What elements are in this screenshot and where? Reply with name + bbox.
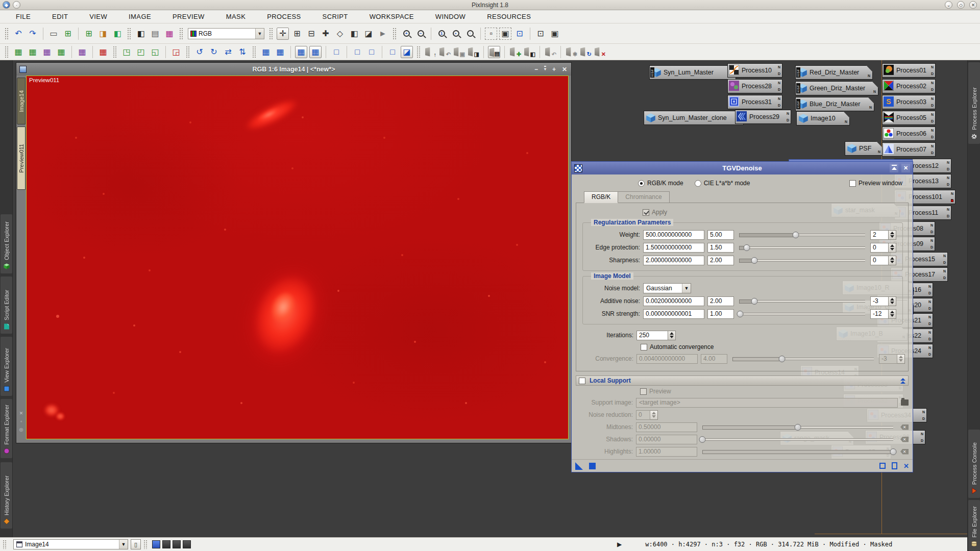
dialog-shade-button[interactable] bbox=[890, 164, 898, 172]
view-frame-buttons[interactable]: ✕ ▫ ◎ bbox=[17, 411, 26, 432]
mask-edit-icon[interactable]: ▤ bbox=[488, 46, 500, 58]
weight-slider[interactable] bbox=[739, 230, 865, 240]
desktop-icon-process02[interactable]: Process02ND bbox=[882, 79, 936, 93]
toolbar-grip[interactable] bbox=[113, 46, 117, 58]
desktop-icon-green_driz_master[interactable]: XISFGreen_Driz_MasterN bbox=[795, 81, 878, 95]
screen-stf-3-icon[interactable]: ▦ bbox=[295, 46, 307, 58]
fit-window-icon[interactable]: ⊡ bbox=[534, 28, 547, 40]
flip-horizontal-icon[interactable]: ⇄ bbox=[222, 46, 234, 58]
redo-icon[interactable]: ↷ bbox=[27, 28, 39, 40]
tab-image14[interactable]: Image14 bbox=[17, 78, 26, 124]
screen-stf-2-icon[interactable]: ▦ bbox=[274, 46, 286, 58]
tab-rgbk[interactable]: RGB/K bbox=[584, 191, 618, 203]
mask-select-icon[interactable]: ◨ bbox=[467, 46, 479, 58]
process-icon-save-icon[interactable]: ◰ bbox=[135, 46, 147, 58]
workspace-button-1[interactable] bbox=[152, 540, 160, 548]
rename-view-icon[interactable]: ▭ bbox=[47, 28, 60, 40]
image-window-minimize-button[interactable]: − bbox=[534, 66, 538, 73]
desktop-icon-process07[interactable]: Process07ND bbox=[882, 142, 936, 157]
iterations-spin[interactable]: 250 bbox=[636, 331, 676, 340]
mask-new-icon[interactable]: ✚ bbox=[509, 46, 521, 58]
screen-mask-overlay-icon[interactable]: ◪ bbox=[401, 46, 413, 58]
workspace-button-4[interactable] bbox=[183, 540, 191, 548]
window-maximize-button[interactable]: ◇ bbox=[957, 1, 965, 9]
undo-icon[interactable]: ↶ bbox=[12, 28, 24, 40]
toolbar-grip[interactable] bbox=[179, 28, 183, 40]
status-play-icon[interactable]: ▶ bbox=[617, 541, 622, 548]
stf-save-icon[interactable]: ▦ bbox=[41, 46, 53, 58]
image-window-close-button[interactable]: ✕ bbox=[562, 66, 567, 73]
noise-model-dropdown[interactable]: Gaussian ▼ bbox=[643, 283, 691, 293]
image-window-maximize-button[interactable]: + bbox=[552, 66, 556, 73]
new-instance-button[interactable] bbox=[879, 463, 886, 469]
mask-refresh-icon[interactable]: ↻ bbox=[579, 46, 592, 58]
desktop-icon-process01[interactable]: Process01ND bbox=[882, 63, 936, 78]
mask-undo-icon[interactable]: ↶ bbox=[544, 46, 556, 58]
rotate-right-icon[interactable]: ↻ bbox=[208, 46, 220, 58]
dynamic-crop-mode-icon[interactable]: ⊡ bbox=[513, 28, 526, 40]
menu-script[interactable]: SCRIPT bbox=[312, 13, 359, 20]
view-mode-button[interactable]: ▯ bbox=[131, 539, 141, 549]
snr-exponent-spin[interactable]: -12 bbox=[870, 309, 896, 319]
additive-value-input[interactable]: 0.002000000000 bbox=[643, 296, 704, 306]
view-target-icon[interactable]: ◎ bbox=[19, 427, 23, 432]
menu-edit[interactable]: EDIT bbox=[41, 13, 79, 20]
split-view-mode-icon[interactable]: ◧ bbox=[348, 28, 360, 40]
desktop-icon-process31[interactable]: Process31ND bbox=[727, 95, 782, 109]
tab-chrominance[interactable]: Chrominance bbox=[618, 191, 669, 203]
snr-slider[interactable] bbox=[739, 309, 865, 319]
rgbk-mode-radio[interactable] bbox=[638, 180, 645, 187]
new-image-window-icon[interactable]: ⊞ bbox=[83, 28, 95, 40]
view-sync-icon[interactable]: ✕ bbox=[19, 411, 23, 416]
active-view-selector[interactable]: Image14 ▼ bbox=[13, 539, 128, 549]
sidebar-tab-object-explorer[interactable]: Object Explorer bbox=[1, 214, 12, 273]
apply-to-view-button[interactable] bbox=[575, 462, 583, 470]
desktop-icon-syn_lum_master_clone[interactable]: Syn_Lum_Master_cloneN bbox=[644, 111, 744, 125]
dialog-title-bar[interactable]: TGVDenoise ✕ bbox=[572, 162, 913, 174]
sharpness-coeff-input[interactable]: 2.00 bbox=[707, 256, 734, 265]
screen-lum-icon[interactable]: □ bbox=[330, 46, 342, 58]
sidebar-tab-script-editor[interactable]: Script Editor bbox=[1, 277, 12, 334]
menu-window[interactable]: WINDOW bbox=[425, 13, 476, 20]
menu-preview[interactable]: PREVIEW bbox=[162, 13, 215, 20]
window-shade-button[interactable]: ⌄ bbox=[945, 1, 952, 9]
tgvdenoise-dialog[interactable]: TGVDenoise ✕ RGB/K mode CIE L*a*b* mode … bbox=[571, 161, 913, 472]
additive-slider[interactable] bbox=[739, 296, 865, 306]
sharpness-slider[interactable] bbox=[739, 256, 865, 265]
sidebar-tab-process-console[interactable]: Process Console bbox=[968, 430, 980, 498]
edge-exponent-spin[interactable]: 0 bbox=[870, 243, 896, 253]
image-window[interactable]: RGB 1:6 Image14 | <*new*> − ▾ + ✕ Image1… bbox=[16, 62, 572, 443]
invert-image-icon[interactable]: ◧ bbox=[135, 28, 147, 40]
grayscale-image-icon[interactable]: ▤ bbox=[149, 28, 161, 40]
additive-exponent-spin[interactable]: -3 bbox=[870, 296, 896, 306]
cie-mode-radio[interactable] bbox=[695, 180, 701, 187]
menu-resources[interactable]: RESOURCES bbox=[476, 13, 542, 20]
zoom-to-optimal-icon[interactable]: ◦ bbox=[464, 28, 476, 40]
weight-exponent-spin[interactable]: 2 bbox=[870, 230, 896, 240]
mask-extract-icon[interactable]: ◧ bbox=[523, 46, 535, 58]
sidebar-tab-format-explorer[interactable]: Format Explorer bbox=[1, 399, 12, 458]
toolbar-grip[interactable] bbox=[5, 28, 9, 40]
sidebar-tab-process-explorer[interactable]: Process Explorer bbox=[968, 62, 980, 144]
local-support-header[interactable]: Local Support bbox=[576, 375, 909, 386]
stf-store-icon[interactable]: ▦ bbox=[76, 46, 88, 58]
fit-window-viewport-icon[interactable]: ▣ bbox=[549, 28, 561, 40]
zoom-to-fit-icon[interactable]: ▪ bbox=[450, 28, 462, 40]
toolbar-grip[interactable] bbox=[5, 46, 9, 58]
rotate-left-icon[interactable]: ↺ bbox=[193, 46, 206, 58]
menu-mask[interactable]: MASK bbox=[215, 13, 256, 20]
desktop-icon-process29[interactable]: Process29ND bbox=[735, 110, 791, 124]
snr-value-input[interactable]: 0.000000000001 bbox=[643, 309, 704, 319]
zoom-out-mode-icon[interactable]: − bbox=[414, 28, 427, 40]
edge-slider[interactable] bbox=[739, 243, 865, 253]
image-window-title-bar[interactable]: RGB 1:6 Image14 | <*new*> − ▾ + ✕ bbox=[16, 63, 571, 76]
desktop-icon-process10[interactable]: Process10ND bbox=[727, 63, 782, 78]
sidebar-tab-view-explorer[interactable]: View Explorer bbox=[1, 337, 12, 396]
apply-checkbox[interactable] bbox=[643, 209, 649, 216]
expand-mode-icon[interactable]: ⊞ bbox=[291, 28, 303, 40]
desktop-icon-process28[interactable]: Process28ND bbox=[727, 79, 782, 93]
split-view-arrow-mode-icon[interactable]: ◪ bbox=[362, 28, 375, 40]
stf-edit-icon[interactable]: ▦ bbox=[55, 46, 67, 58]
screen-chan-2-icon[interactable]: □ bbox=[365, 46, 378, 58]
toolbar-grip[interactable] bbox=[127, 28, 131, 40]
